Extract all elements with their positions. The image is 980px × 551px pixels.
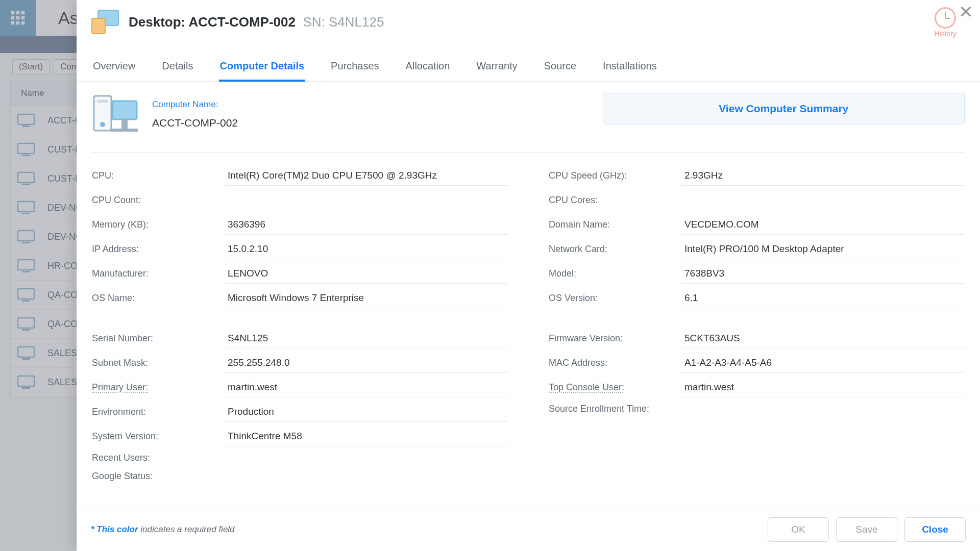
desktop-icon — [91, 9, 119, 35]
field-value: S4NL125 — [225, 329, 508, 348]
tab-allocation[interactable]: Allocation — [405, 58, 451, 81]
field-value: LENOVO — [225, 264, 508, 284]
field-label: OS Name: — [92, 293, 225, 304]
field: MAC Address:A1-A2-A3-A4-A5-A6 — [549, 352, 965, 373]
header-sn-value: S4NL125 — [329, 14, 384, 30]
field: Serial Number:S4NL125 — [92, 328, 508, 349]
field: Recent Users: — [92, 450, 508, 465]
computer-icon — [92, 93, 138, 136]
field-label: Source Enrollment Time: — [549, 404, 681, 414]
field: CPU Cores: — [549, 189, 965, 211]
field-label: Recent Users: — [92, 453, 225, 463]
field: CPU Count: — [92, 189, 508, 211]
header-sn-label: SN: — [303, 14, 325, 30]
field: System Version:ThinkCentre M58 — [92, 425, 508, 447]
tab-source[interactable]: Source — [543, 58, 577, 81]
tab-warranty[interactable]: Warranty — [475, 58, 518, 81]
field-value: martin.west — [681, 378, 965, 397]
field-label: Firmware Version: — [549, 333, 681, 344]
hardware-section: CPU:Intel(R) Core(TM)2 Duo CPU E7500 @ 2… — [92, 152, 965, 309]
field: OS Name:Microsoft Windows 7 Enterprise — [92, 287, 508, 309]
history-button[interactable]: History — [934, 7, 957, 38]
field-label: Memory (KB): — [92, 219, 225, 230]
field-value: 5CKT63AUS — [681, 329, 965, 348]
field-label: IP Address: — [92, 244, 225, 255]
computer-name-value: ACCT-COMP-002 — [152, 117, 238, 129]
field-label: Top Console User: — [549, 382, 681, 393]
field-value: Microsoft Windows 7 Enterprise — [225, 288, 508, 308]
field-label: System Version: — [92, 431, 225, 442]
field-label: CPU Speed (GHz): — [549, 170, 681, 181]
field: CPU Speed (GHz):2.93GHz — [549, 165, 965, 186]
field-value: A1-A2-A3-A4-A5-A6 — [681, 353, 965, 373]
field-label: Serial Number: — [92, 333, 225, 344]
field-value — [225, 196, 508, 204]
network-section: Serial Number:S4NL125Subnet Mask:255.255… — [92, 315, 965, 484]
save-button[interactable]: Save — [836, 517, 897, 542]
tab-computer-details[interactable]: Computer Details — [219, 58, 306, 82]
field-value: 7638BV3 — [681, 264, 965, 284]
svg-rect-35 — [110, 129, 138, 132]
tab-overview[interactable]: Overview — [92, 58, 136, 81]
svg-point-32 — [100, 122, 105, 127]
field-value: 2.93GHz — [681, 166, 965, 186]
asset-detail-dialog: Desktop: ACCT-COMP-002 SN: S4NL125 Histo… — [77, 0, 980, 551]
required-field-note: * This color indicates a required field — [91, 524, 235, 535]
field-value: 255.255.248.0 — [225, 353, 508, 373]
field-label: OS Version: — [549, 293, 681, 304]
field: IP Address:15.0.2.10 — [92, 238, 508, 260]
tab-bar: OverviewDetailsComputer DetailsPurchases… — [77, 40, 980, 82]
field-label: MAC Address: — [549, 358, 681, 368]
field-label: Google Status: — [92, 471, 225, 482]
field-value: 6.1 — [681, 288, 965, 308]
computer-name-label: Computer Name: — [152, 99, 238, 110]
field: CPU:Intel(R) Core(TM)2 Duo CPU E7500 @ 2… — [92, 165, 508, 186]
field: Domain Name:VECDEMO.COM — [549, 214, 965, 235]
close-icon[interactable]: ✕ — [959, 3, 973, 20]
field-label: Primary User: — [92, 382, 225, 393]
field-value: 15.0.2.10 — [225, 239, 508, 259]
field-label: CPU: — [92, 170, 225, 181]
field: Model:7638BV3 — [549, 263, 965, 284]
field-label: Environment: — [92, 407, 225, 417]
field: Firmware Version:5CKT63AUS — [549, 328, 965, 349]
tab-installations[interactable]: Installations — [602, 58, 658, 81]
field: Top Console User:martin.west — [549, 377, 965, 398]
field: Manufacturer:LENOVO — [92, 263, 508, 284]
close-button[interactable]: Close — [904, 517, 966, 542]
field: Network Card:Intel(R) PRO/100 M Desktop … — [549, 238, 965, 260]
tab-details[interactable]: Details — [161, 58, 194, 81]
header-type-label: Desktop: — [129, 14, 185, 30]
svg-rect-34 — [112, 101, 137, 119]
field-label: CPU Cores: — [549, 195, 681, 206]
field-label: Model: — [549, 268, 681, 279]
field: Source Enrollment Time: — [549, 401, 965, 416]
field-value: Production — [225, 402, 508, 422]
field: Memory (KB):3636396 — [92, 214, 508, 235]
field-value: ThinkCentre M58 — [225, 427, 508, 446]
header-asset-name: ACCT-COMP-002 — [189, 14, 296, 30]
field-label: Subnet Mask: — [92, 358, 225, 368]
field-value: Intel(R) Core(TM)2 Duo CPU E7500 @ 2.93G… — [225, 166, 508, 186]
svg-rect-33 — [97, 100, 108, 103]
field-label: Network Card: — [549, 244, 681, 255]
history-icon — [935, 7, 956, 29]
field: Primary User:martin.west — [92, 377, 508, 398]
field-value: VECDEMO.COM — [681, 215, 965, 235]
field: Subnet Mask:255.255.248.0 — [92, 352, 508, 373]
field: OS Version:6.1 — [549, 287, 965, 309]
field-value: Intel(R) PRO/100 M Desktop Adapter — [681, 239, 965, 259]
field-label: CPU Count: — [92, 195, 225, 206]
svg-rect-30 — [92, 18, 105, 34]
ok-button[interactable]: OK — [768, 517, 829, 542]
field-label: Manufacturer: — [92, 268, 225, 279]
tab-purchases[interactable]: Purchases — [330, 58, 380, 81]
field-value — [681, 196, 965, 204]
view-computer-summary-button[interactable]: View Computer Summary — [603, 93, 965, 124]
field: Environment:Production — [92, 401, 508, 422]
field-label: Domain Name: — [549, 219, 681, 230]
svg-rect-36 — [121, 119, 128, 129]
field-value: martin.west — [225, 378, 508, 397]
field-value: 3636396 — [225, 215, 508, 235]
field: Google Status: — [92, 468, 508, 484]
